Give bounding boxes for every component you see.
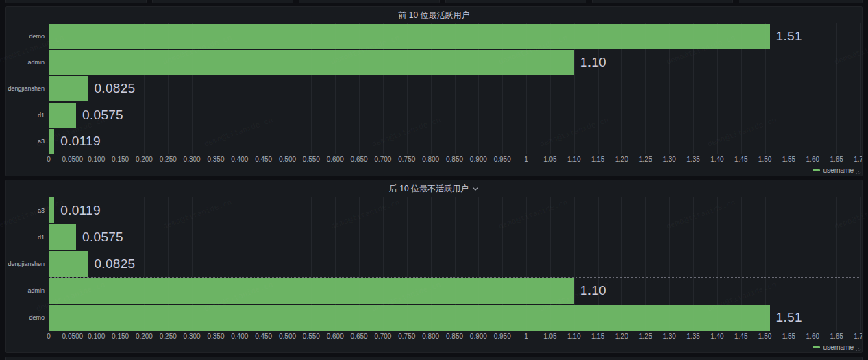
x-tick-label: 0.550	[303, 156, 320, 163]
y-tick-label: admin	[6, 278, 45, 304]
bar-d1[interactable]	[49, 224, 76, 250]
gridline	[813, 197, 813, 331]
x-tick-label: 1.45	[734, 156, 747, 163]
x-axis-labels: 00.05000.1000.1500.2000.2500.3000.3500.4…	[49, 156, 860, 165]
adjacent-panel-edge	[152, 0, 293, 3]
bar-dengjianshen[interactable]	[49, 76, 88, 101]
x-tick-label: 0.650	[351, 156, 368, 163]
x-tick-label: 0.450	[255, 156, 272, 163]
gridline	[860, 197, 861, 331]
x-tick-label: 1.35	[686, 156, 699, 163]
x-tick-label: 1.05	[543, 156, 556, 163]
x-tick-label: 0.800	[422, 156, 439, 163]
y-tick-label: a3	[6, 128, 45, 154]
x-tick-label: 1.40	[710, 156, 723, 163]
x-tick-label: 1.55	[782, 156, 795, 163]
legend-series-color-icon	[813, 346, 820, 348]
panel-header[interactable]: 后 10 位最不活跃用户	[6, 180, 862, 197]
panel-resize-handle[interactable]	[855, 346, 861, 352]
y-tick-label: admin	[6, 49, 45, 75]
bar-value-label: 0.0575	[82, 102, 123, 128]
adjacent-panel-edge	[5, 0, 147, 3]
y-tick-label: a3	[6, 197, 45, 224]
x-tick-label: 1.25	[639, 156, 652, 163]
adjacent-panel-edge	[592, 0, 733, 3]
x-tick-label: 0.750	[398, 333, 415, 340]
x-tick-label: 1.30	[662, 156, 675, 163]
x-tick-label: 0.0500	[62, 333, 84, 340]
x-tick-label: 0.200	[136, 156, 153, 163]
x-tick-label: 0.100	[88, 333, 105, 340]
dashed-threshold-line	[49, 331, 860, 331]
chart-body: demoadmindengjianshend1a3 1.511.100.0825…	[6, 23, 862, 154]
bar-a3[interactable]	[49, 197, 54, 223]
adjacent-panel-edge	[445, 0, 586, 3]
x-tick-label: 0.500	[279, 333, 296, 340]
legend: username	[6, 165, 862, 176]
x-tick-label: 0.350	[207, 333, 224, 340]
gridline	[813, 23, 813, 154]
panel-least-active-users: 后 10 位最不活跃用户 a3d1dengjianshenadmindemo 0…	[5, 180, 863, 353]
chevron-down-icon	[472, 187, 479, 191]
x-tick-label: 1.05	[543, 333, 556, 340]
panel-resize-handle[interactable]	[855, 169, 861, 175]
x-tick-label: 1.10	[567, 156, 580, 163]
x-tick-label: 0.200	[136, 333, 153, 340]
legend-series-color-icon	[813, 169, 820, 171]
x-tick-label: 0	[47, 156, 51, 163]
bar-a3[interactable]	[49, 129, 54, 154]
x-tick-label: 0.350	[207, 156, 224, 163]
x-tick-label: 0.950	[494, 333, 511, 340]
x-tick-label: 0.150	[112, 156, 129, 163]
x-tick-label: 0.700	[374, 156, 391, 163]
panel-header[interactable]: 前 10 位最活跃用户	[6, 7, 862, 23]
y-tick-label: dengjianshen	[6, 75, 45, 101]
bar-value-label: 1.51	[776, 23, 802, 49]
y-axis-labels: demoadmindengjianshend1a3	[6, 23, 49, 154]
x-tick-label: 0.600	[327, 333, 344, 340]
x-tick-label: 0.400	[231, 156, 248, 163]
x-tick-label: 1.45	[734, 333, 747, 340]
y-tick-label: demo	[6, 23, 45, 49]
plot-area: 0.01190.05750.08251.101.51	[49, 197, 860, 331]
x-tick-label: 1	[524, 156, 528, 163]
x-tick-label: 0.950	[494, 156, 511, 163]
bar-demo[interactable]	[49, 305, 770, 331]
x-tick-label: 0.750	[398, 156, 415, 163]
x-tick-label: 1.20	[615, 333, 628, 340]
y-axis-labels: a3d1dengjianshenadmindemo	[6, 197, 49, 331]
legend-series-label[interactable]: username	[823, 344, 854, 351]
x-tick-label: 1.55	[782, 333, 795, 340]
x-tick-label: 1.70	[854, 156, 863, 163]
x-tick-label: 1.60	[806, 156, 819, 163]
x-tick-label: 1.70	[854, 333, 863, 340]
x-tick-label: 0.500	[279, 156, 296, 163]
bar-value-label: 0.0575	[82, 224, 123, 250]
bar-value-label: 1.51	[776, 304, 802, 331]
x-tick-label: 0.0500	[62, 156, 84, 163]
gridline	[836, 197, 837, 331]
gridline	[836, 23, 837, 154]
x-tick-label: 1.15	[591, 333, 604, 340]
bar-value-label: 0.0825	[95, 75, 136, 101]
x-tick-label: 0.300	[184, 333, 201, 340]
x-tick-label: 1.50	[758, 333, 771, 340]
bar-dengjianshen[interactable]	[49, 251, 88, 276]
x-tick-label: 1	[524, 333, 528, 340]
bar-demo[interactable]	[49, 24, 770, 49]
bar-admin[interactable]	[49, 278, 574, 304]
legend: username	[6, 341, 862, 352]
x-tick-label: 0.700	[374, 333, 391, 340]
x-tick-label: 1.50	[758, 156, 771, 163]
bar-d1[interactable]	[49, 103, 76, 128]
bar-admin[interactable]	[49, 50, 574, 75]
x-tick-label: 0.250	[160, 333, 177, 340]
x-tick-label: 0.250	[160, 156, 177, 163]
y-tick-label: demo	[6, 304, 45, 331]
legend-series-label[interactable]: username	[823, 167, 854, 174]
y-tick-label: d1	[6, 102, 45, 128]
chart-body: a3d1dengjianshenadmindemo 0.01190.05750.…	[6, 197, 862, 331]
x-tick-label: 1.60	[806, 333, 819, 340]
x-tick-label: 1.40	[710, 333, 723, 340]
x-tick-label: 0.600	[327, 156, 344, 163]
